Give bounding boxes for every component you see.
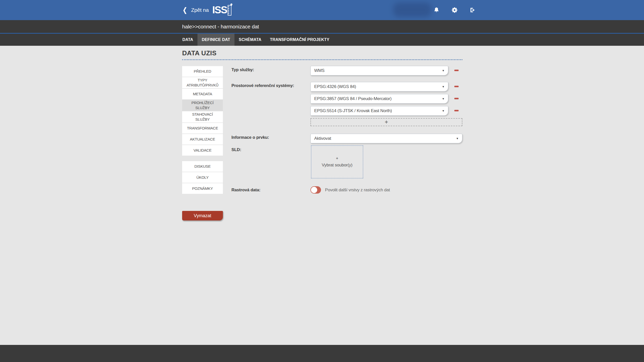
iss-logo-text: ISS bbox=[212, 5, 227, 15]
sidebar-item-ukoly[interactable]: ÚKOLY bbox=[182, 172, 223, 183]
tab-data[interactable]: DATA bbox=[178, 34, 197, 46]
sidebar-item-poznamky[interactable]: POZNÁMKY bbox=[182, 183, 223, 194]
sidebar-item-prehled[interactable]: PŘEHLED bbox=[182, 66, 223, 77]
srs-select-3[interactable]: EPSG:5514 (S-JTSK / Krovak East North) ▾ bbox=[310, 106, 448, 116]
sidebar-item-transformace[interactable]: TRANSFORMACE bbox=[182, 123, 223, 133]
breadcrumb-bar: hale>>connect - harmonizace dat bbox=[0, 20, 644, 33]
feature-info-label: Informace o prvku: bbox=[231, 135, 269, 140]
plus-icon: + bbox=[385, 119, 388, 125]
footer-bar bbox=[0, 345, 644, 362]
add-srs-button[interactable]: + bbox=[310, 118, 462, 126]
sidebar-item-stahovaci-sluzby[interactable]: STAHOVACÍ SLUŽBY bbox=[182, 111, 223, 122]
back-chevron-icon: ❮ bbox=[183, 7, 187, 13]
srs-select-2[interactable]: EPSG:3857 (WGS 84 / Pseudo-Mercator) ▾ bbox=[310, 94, 448, 104]
header-actions bbox=[431, 0, 478, 20]
app-window: ❮ Zpět na ISS bbox=[0, 0, 644, 362]
remove-srs-2-button[interactable] bbox=[454, 98, 459, 99]
chevron-down-icon: ▾ bbox=[457, 137, 458, 140]
feature-info-value: Aktivovat bbox=[314, 136, 331, 141]
chevron-down-icon: ▾ bbox=[442, 69, 444, 72]
srs-select-1[interactable]: EPSG:4326 (WGS 84) ▾ bbox=[310, 82, 448, 92]
service-type-label: Typ služby: bbox=[231, 67, 254, 72]
service-type-select[interactable]: WMS ▾ bbox=[310, 66, 448, 75]
srs-label: Prostorové referenční systémy: bbox=[231, 83, 294, 88]
logout-icon[interactable] bbox=[467, 4, 478, 16]
iss-logo[interactable]: ISS bbox=[212, 5, 231, 16]
chevron-down-icon: ▾ bbox=[442, 85, 444, 88]
srs-value-2: EPSG:3857 (WGS 84 / Pseudo-Mercator) bbox=[314, 96, 391, 101]
gear-icon[interactable] bbox=[449, 4, 460, 16]
raster-toggle-label: Povolit další vrstvy z rastrových dat bbox=[325, 188, 390, 193]
plus-icon: + bbox=[336, 156, 338, 160]
sidebar: PŘEHLED TYPY ATRIBUTŮ/PRVKŮ METADATA PRO… bbox=[182, 66, 223, 194]
tab-transformacni-projekty[interactable]: TRANSFORMAČNÍ PROJEKTY bbox=[266, 34, 334, 46]
chevron-down-icon: ▾ bbox=[442, 97, 444, 101]
sidebar-item-validace[interactable]: VALIDACE bbox=[182, 145, 223, 156]
srs-value-3: EPSG:5514 (S-JTSK / Krovak East North) bbox=[314, 108, 392, 113]
sld-label: SLD: bbox=[231, 147, 241, 152]
sidebar-item-typy-atributu[interactable]: TYPY ATRIBUTŮ/PRVKŮ bbox=[182, 77, 223, 88]
delete-button[interactable]: Vymazat bbox=[182, 211, 223, 220]
sidebar-item-aktualizace[interactable]: AKTUALIZACE bbox=[182, 134, 223, 145]
title-dotted-rule bbox=[182, 59, 462, 60]
raster-label: Rastrová data: bbox=[231, 188, 260, 193]
chevron-down-icon: ▾ bbox=[442, 109, 444, 113]
raster-toggle[interactable] bbox=[310, 186, 321, 194]
sidebar-item-prohlizeci-sluzby[interactable]: PROHLÍŽECÍ SLUŽBY bbox=[182, 100, 223, 111]
redacted-username bbox=[393, 3, 431, 17]
top-header-bar: ❮ Zpět na ISS bbox=[0, 0, 644, 20]
srs-value-1: EPSG:4326 (WGS 84) bbox=[314, 84, 356, 89]
sld-upload-dropzone[interactable]: + Vybrat soubor(y) bbox=[311, 145, 363, 178]
feature-info-select[interactable]: Aktivovat ▾ bbox=[310, 134, 462, 143]
back-label: Zpět na bbox=[191, 7, 209, 13]
sidebar-group-gap bbox=[182, 156, 223, 161]
toggle-knob bbox=[311, 187, 317, 193]
tab-schemata[interactable]: SCHÉMATA bbox=[234, 34, 266, 46]
remove-service-type-button[interactable] bbox=[454, 70, 459, 71]
service-type-value: WMS bbox=[314, 68, 325, 73]
sidebar-item-diskuse[interactable]: DISKUSE bbox=[182, 161, 223, 172]
bell-icon[interactable] bbox=[431, 4, 442, 16]
sidebar-item-metadata[interactable]: METADATA bbox=[182, 89, 223, 99]
back-link[interactable]: ❮ Zpět na ISS bbox=[182, 0, 231, 20]
breadcrumb: hale>>connect - harmonizace dat bbox=[182, 20, 259, 33]
iss-logo-mark-icon bbox=[228, 5, 231, 16]
choose-files-label: Vybrat soubor(y) bbox=[322, 163, 352, 168]
page-title: DATA UZIS bbox=[182, 49, 217, 57]
remove-srs-3-button[interactable] bbox=[454, 110, 459, 111]
remove-srs-1-button[interactable] bbox=[454, 86, 459, 87]
tab-bar: DATA DEFINICE DAT SCHÉMATA TRANSFORMAČNÍ… bbox=[0, 34, 644, 46]
tab-definice-dat[interactable]: DEFINICE DAT bbox=[197, 34, 234, 46]
